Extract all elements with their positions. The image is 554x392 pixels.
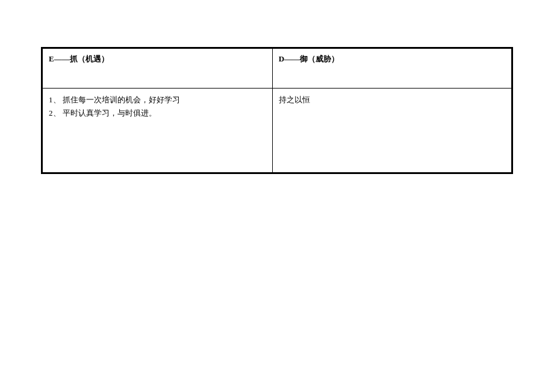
content-cell-opportunity: 1、 抓住每一次培训的机会，好好学习 2、 平时认真学习，与时俱进。 xyxy=(43,89,273,173)
content-line-1: 1、 抓住每一次培训的机会，好好学习 xyxy=(49,93,266,107)
swot-table-container: E——抓（机遇） D——御（威胁） 1、 抓住每一次培训的机会，好好学习 2、 … xyxy=(41,47,513,174)
table-content-row: 1、 抓住每一次培训的机会，好好学习 2、 平时认真学习，与时俱进。 持之以恒 xyxy=(43,89,512,173)
table-header-row: E——抓（机遇） D——御（威胁） xyxy=(43,49,512,89)
header-label-e: E——抓（机遇） xyxy=(49,54,109,63)
header-label-d: D——御（威胁） xyxy=(279,54,339,63)
content-line-2: 2、 平时认真学习，与时俱进。 xyxy=(49,107,266,120)
content-right-text: 持之以恒 xyxy=(279,95,310,104)
header-cell-opportunity: E——抓（机遇） xyxy=(43,49,273,89)
swot-table: E——抓（机遇） D——御（威胁） 1、 抓住每一次培训的机会，好好学习 2、 … xyxy=(42,48,512,173)
header-cell-threat: D——御（威胁） xyxy=(272,49,511,89)
content-cell-threat: 持之以恒 xyxy=(272,89,511,173)
